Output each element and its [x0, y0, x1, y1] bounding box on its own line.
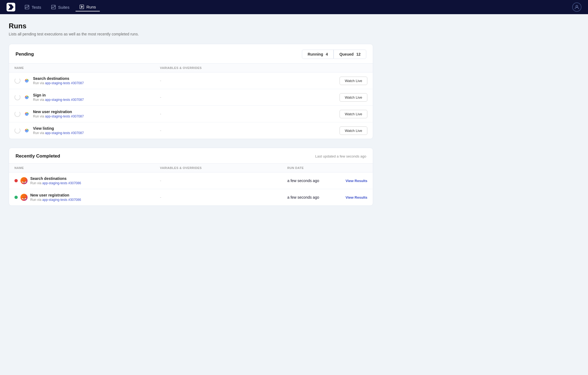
pending-row-action: Watch Live	[318, 72, 373, 89]
status-dot	[14, 196, 18, 199]
svg-point-16	[26, 113, 28, 115]
run-link[interactable]: app-staging-tests #307087	[45, 81, 84, 85]
recently-completed-table: NAME VARIABLES & OVERRIDES RUN DATE 🦊 Se…	[9, 163, 373, 205]
pending-section-title: Pending	[16, 52, 34, 57]
watch-live-button[interactable]: Watch Live	[340, 126, 367, 135]
pending-row-name-cell: Search destinations Run via app-staging-…	[9, 72, 155, 89]
user-avatar[interactable]	[572, 2, 581, 12]
status-dot	[14, 179, 18, 182]
watch-live-button[interactable]: Watch Live	[340, 110, 367, 118]
run-via-text: Run via app-staging-tests #307086	[30, 198, 81, 202]
firefox-browser-icon: 🦊	[20, 177, 28, 184]
watch-live-button[interactable]: Watch Live	[340, 93, 367, 102]
vars-dash: -	[160, 195, 161, 199]
pending-table-row: Sign in Run via app-staging-tests #30708…	[9, 89, 373, 106]
last-updated-text: Last updated a few seconds ago	[315, 154, 366, 158]
pending-row-name-cell: New user registration Run via app-stagin…	[9, 106, 155, 122]
vars-dash: -	[160, 95, 161, 99]
pending-table-row: View listing Run via app-staging-tests #…	[9, 122, 373, 139]
svg-point-12	[26, 96, 28, 98]
test-name: New user registration	[33, 110, 84, 114]
firefox-browser-icon: 🦊	[20, 194, 28, 201]
view-results-link[interactable]: View Results	[346, 195, 367, 199]
pending-row-name-cell: View listing Run via app-staging-tests #…	[9, 122, 155, 139]
rc-row-action: View Results	[337, 173, 373, 189]
run-link[interactable]: app-staging-tests #307087	[45, 98, 84, 102]
svg-point-4	[576, 5, 578, 7]
nav-item-runs[interactable]: Runs	[76, 3, 100, 11]
vars-dash: -	[160, 112, 161, 116]
spinner-icon	[14, 94, 20, 100]
watch-live-button[interactable]: Watch Live	[340, 77, 367, 85]
run-link[interactable]: app-staging-tests #307086	[42, 198, 81, 202]
run-link[interactable]: app-staging-tests #307087	[45, 114, 84, 118]
rc-table-row: 🦊 New user registration Run via app-stag…	[9, 189, 373, 206]
recently-completed-title: Recently Completed	[16, 153, 60, 159]
run-via-text: Run via app-staging-tests #307087	[33, 81, 84, 85]
queued-badge[interactable]: Queued 12	[334, 50, 366, 59]
rc-row-vars: -	[155, 173, 282, 189]
rc-row-name-cell: 🦊 Search destinations Run via app-stagin…	[9, 173, 155, 189]
svg-point-20	[26, 130, 28, 131]
chrome-browser-icon	[23, 94, 30, 101]
pending-col-vars-header: VARIABLES & OVERRIDES	[155, 63, 318, 72]
vars-dash: -	[160, 179, 161, 183]
svg-marker-3	[81, 6, 83, 8]
page-subtitle: Lists all pending test executions as wel…	[9, 32, 373, 36]
pending-table: NAME VARIABLES & OVERRIDES Search des	[9, 63, 373, 139]
app-logo[interactable]	[7, 3, 15, 11]
rc-table-row: 🦊 Search destinations Run via app-stagin…	[9, 173, 373, 189]
view-results-link[interactable]: View Results	[346, 179, 367, 183]
pending-table-row: Search destinations Run via app-staging-…	[9, 72, 373, 89]
run-via-text: Run via app-staging-tests #307087	[33, 114, 84, 118]
run-via-text: Run via app-staging-tests #307086	[30, 181, 81, 185]
rc-row-date: a few seconds ago	[282, 189, 336, 206]
pending-section: Pending Running 4 Queued 12 NAME VARIABL…	[9, 44, 373, 139]
rc-row-vars: -	[155, 189, 282, 206]
pending-table-row: New user registration Run via app-stagin…	[9, 106, 373, 122]
test-name: New user registration	[30, 193, 81, 197]
pending-col-action-header	[318, 63, 373, 72]
pending-col-name-header: NAME	[9, 63, 155, 72]
pending-row-action: Watch Live	[318, 106, 373, 122]
chrome-browser-icon	[23, 77, 30, 84]
test-name: View listing	[33, 126, 84, 131]
test-name: Search destinations	[30, 176, 81, 181]
recently-completed-section: Recently Completed Last updated a few se…	[9, 148, 373, 206]
pending-row-action: Watch Live	[318, 89, 373, 106]
spinner-icon	[14, 128, 20, 134]
pending-row-vars: -	[155, 122, 318, 139]
rc-col-vars-header: VARIABLES & OVERRIDES	[155, 164, 282, 173]
nav-item-tests[interactable]: Tests	[21, 3, 45, 11]
rc-col-name-header: NAME	[9, 164, 155, 173]
rc-col-action-header	[337, 164, 373, 173]
run-via-text: Run via app-staging-tests #307087	[33, 98, 84, 102]
pending-row-action: Watch Live	[318, 122, 373, 139]
nav-item-suites[interactable]: Suites	[47, 3, 73, 11]
spinner-icon	[14, 78, 20, 84]
chrome-browser-icon	[23, 110, 30, 117]
pending-section-header: Pending Running 4 Queued 12	[9, 44, 373, 63]
vars-dash: -	[160, 128, 161, 133]
rc-col-date-header: RUN DATE	[282, 164, 336, 173]
test-name: Search destinations	[33, 76, 84, 81]
page-title: Runs	[9, 22, 373, 30]
pending-row-name-cell: Sign in Run via app-staging-tests #30708…	[9, 89, 155, 106]
rc-row-action: View Results	[337, 189, 373, 206]
run-date: a few seconds ago	[287, 179, 319, 183]
rc-row-name-cell: 🦊 New user registration Run via app-stag…	[9, 189, 155, 206]
run-link[interactable]: app-staging-tests #307087	[45, 131, 84, 135]
spinner-icon	[14, 111, 20, 117]
pending-row-vars: -	[155, 89, 318, 106]
svg-point-8	[26, 80, 28, 81]
test-name: Sign in	[33, 93, 84, 97]
vars-dash: -	[160, 78, 161, 83]
pending-badges: Running 4 Queued 12	[302, 50, 366, 59]
chrome-browser-icon	[23, 127, 30, 134]
page-content: Runs Lists all pending test executions a…	[0, 14, 382, 222]
running-badge[interactable]: Running 4	[302, 50, 334, 59]
rc-row-date: a few seconds ago	[282, 173, 336, 189]
top-navigation: Tests Suites Runs	[0, 0, 588, 14]
run-via-text: Run via app-staging-tests #307087	[33, 131, 84, 135]
run-link[interactable]: app-staging-tests #307086	[42, 181, 81, 185]
